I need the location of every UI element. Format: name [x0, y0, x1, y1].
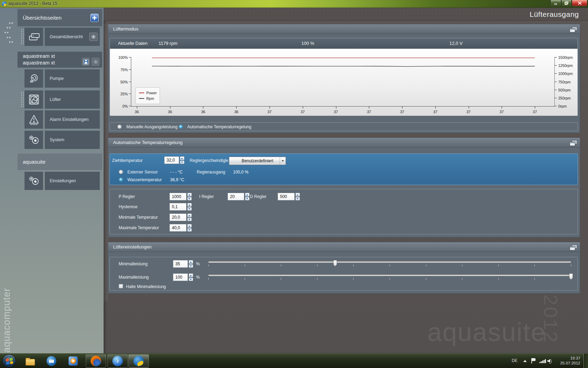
rpm-series-line [152, 66, 535, 67]
min-power-input[interactable]: 35 [173, 260, 188, 268]
show-desktop-button[interactable] [583, 354, 588, 368]
manual-output-label[interactable]: Manuelle Ausgangsleistung [126, 124, 177, 129]
p-regler-input[interactable]: 1000 [169, 193, 187, 200]
regulator-speed-dropdown[interactable]: Benutzerdefiniert [229, 157, 286, 165]
x-axis-tick [137, 106, 137, 109]
target-temp-stepper[interactable] [180, 156, 184, 164]
device-settings-gear-icon[interactable] [92, 58, 99, 66]
water-temp-radio[interactable] [119, 177, 123, 182]
volume-icon[interactable] [547, 359, 552, 363]
min-temp-stepper[interactable] [187, 213, 192, 221]
legend-power-label: Power [146, 91, 157, 95]
sidebar-item-alarm[interactable]: Alarm Einstellungen [24, 110, 100, 129]
fan-mode-selector: Manuelle Ausgangsleistung Automatische T… [110, 122, 578, 131]
sidebar-item-system[interactable]: System [24, 131, 100, 149]
panel-luftermodus: Lüftermodus Aktuelle Daten 1179 rpm 100 … [108, 24, 580, 133]
right-axis-label: 500rpm [558, 88, 571, 92]
taskbar-explorer-button[interactable] [24, 355, 36, 367]
window-titlebar[interactable]: aquasuite 2012 - Beta 15 [0, 0, 588, 8]
sidebar-item-gesamtuebersicht[interactable]: 1 Gesamtübersicht [24, 28, 100, 46]
action-center-flag-icon[interactable] [531, 358, 536, 363]
sidebar-item-label: Pumpe [45, 69, 100, 88]
hysteresis-input[interactable]: 0,1 [169, 203, 187, 211]
p-regler-stepper[interactable] [187, 193, 192, 200]
taskbar-itunes-button[interactable]: ♪ [107, 354, 128, 368]
current-data-bar: Aktuelle Daten 1179 rpm 100 % 12,0 V [110, 38, 578, 49]
max-temp-input[interactable]: 40,0 [169, 224, 187, 232]
target-temp-label: Ziehltemperatur [112, 158, 143, 163]
sidebar-item-einstellungen[interactable]: Einstellungen [24, 172, 100, 190]
max-temp-stepper[interactable] [187, 224, 192, 232]
network-signal-icon[interactable] [539, 359, 546, 363]
taskbar-thunderbird-button[interactable] [46, 355, 57, 367]
auto-temp-radio[interactable] [178, 124, 183, 129]
drag-handle[interactable] [21, 29, 24, 45]
add-overview-page-button[interactable] [90, 14, 99, 22]
regulator-output-value: 100,0 % [233, 170, 248, 175]
start-button[interactable] [2, 354, 16, 368]
sidebar-item-label: System [45, 131, 100, 149]
panel-fan-settings: Lüftereinstellungen Minimalleistung 35 % [108, 242, 580, 294]
d-regler-input[interactable]: 500 [278, 193, 295, 200]
panel-windows-icon[interactable] [569, 140, 578, 146]
external-sensor-radio[interactable] [119, 170, 123, 174]
manual-output-radio[interactable] [117, 124, 122, 129]
min-power-slider[interactable] [208, 260, 571, 267]
sidebar-group-aquastream[interactable]: aquastream xt aquastream xt [18, 52, 102, 68]
i-regler-stepper[interactable] [245, 193, 250, 200]
x-axis-label: 36 [168, 110, 172, 114]
min-power-stepper[interactable] [189, 260, 193, 268]
d-regler-stepper[interactable] [295, 193, 300, 200]
hysteresis-stepper[interactable] [187, 203, 192, 211]
slider-track[interactable] [208, 274, 571, 276]
content-area: Lüfterausgang Lüftermodus Aktuelle Daten [104, 8, 588, 353]
aquasuite-watermark: aquasuite [427, 317, 546, 347]
sidebar-item-luefter[interactable]: Lüfter [24, 90, 100, 109]
water-temp-label[interactable]: Wassertemperatur [127, 177, 162, 182]
sidebar-item-label: Lüfter [45, 90, 100, 109]
panel-windows-icon[interactable] [569, 244, 578, 251]
watermark-year: 2012 [539, 294, 562, 347]
max-power-input[interactable]: 100 [173, 273, 188, 281]
panel-header: Automatische Temperaturregelung [108, 138, 580, 148]
warning-triangle-icon [24, 110, 43, 129]
show-hidden-icons-button[interactable] [523, 360, 527, 362]
fan-chart: Power Rpm 0%25%50%75%100%0rpm250rpm500rp… [110, 49, 578, 116]
keyboard-language-indicator[interactable]: DE [512, 358, 518, 363]
page-settings-gear-icon[interactable] [89, 33, 98, 41]
taskbar-clock[interactable]: 19:37 25.07.2012 [558, 356, 580, 366]
max-power-label: Maximalleistung [119, 275, 149, 280]
drag-handle[interactable] [21, 91, 24, 108]
target-temp-input[interactable]: 32,0 [164, 156, 179, 164]
hold-min-power-label[interactable]: Halte Minimalleistung [126, 284, 166, 289]
x-axis-tick [369, 106, 369, 109]
current-data-label: Aktuelle Daten [118, 41, 148, 46]
max-power-slider[interactable] [208, 273, 571, 280]
maximize-button[interactable] [561, 0, 572, 6]
save-icon[interactable] [82, 58, 90, 66]
external-sensor-label[interactable]: Externer Sensor [127, 170, 158, 175]
auto-temp-label[interactable]: Automatische Temperaturregelung [187, 124, 251, 129]
left-axis-tick [129, 94, 131, 94]
i-regler-input[interactable]: 20 [227, 193, 244, 200]
media-player-icon [69, 356, 78, 366]
min-temp-input[interactable]: 20,0 [169, 213, 187, 221]
page-header-band [104, 8, 588, 21]
sidebar-item-pumpe[interactable]: Pumpe [24, 69, 100, 88]
minimize-button[interactable] [551, 0, 561, 6]
max-power-stepper[interactable] [189, 273, 193, 281]
x-axis-tick [336, 106, 336, 109]
close-button[interactable] [572, 0, 587, 6]
water-temp-value: 36,9 °C [170, 177, 184, 182]
x-axis-tick [469, 106, 469, 109]
panel-windows-icon[interactable] [569, 26, 578, 33]
panel-title: Automatische Temperaturregelung [113, 140, 183, 145]
auto-temp-settings-box: Ziehltemperatur 32,0 Reglergeschwindigke… [110, 154, 578, 185]
taskbar-mediaplayer-button[interactable] [68, 355, 79, 367]
sidebar-group-aquasuite[interactable]: aquasuite [18, 153, 102, 170]
slider-track[interactable] [208, 261, 571, 263]
hold-min-power-checkbox[interactable] [119, 284, 123, 288]
taskbar-firefox-button[interactable] [86, 354, 106, 368]
taskbar-aquasuite-button[interactable] [128, 354, 149, 368]
sidebar-collapse-icon[interactable] [3, 21, 15, 46]
